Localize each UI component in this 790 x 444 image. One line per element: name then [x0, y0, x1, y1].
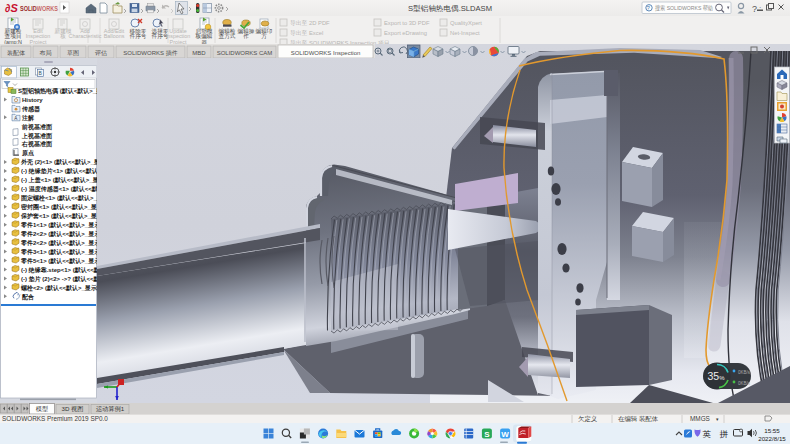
- svg-text:15:55: 15:55: [764, 427, 780, 434]
- svg-text:英: 英: [702, 429, 711, 439]
- svg-text:查方式: 查方式: [219, 33, 236, 40]
- svg-text:零件2<2> (默认<<默认>_显示状: 零件2<2> (默认<<默认>_显示状: [20, 230, 97, 238]
- svg-text:(-) 垫片 (2)<2> ->? (默认<<默认>_: (-) 垫片 (2)<2> ->? (默认<<默认>_: [21, 275, 97, 283]
- svg-text:零件5<1> (默认<<默认>_显示状态: 零件5<1> (默认<<默认>_显示状态: [20, 257, 97, 265]
- svg-text:S型铝轴热电偶.SLDASM: S型铝轴热电偶.SLDASM: [408, 4, 492, 13]
- svg-text:SOLIDWORKS CAM: SOLIDWORKS CAM: [217, 50, 273, 56]
- svg-text:装配体: 装配体: [7, 50, 25, 57]
- svg-text:草图: 草图: [67, 50, 79, 57]
- svg-text:运动算例1: 运动算例1: [96, 405, 125, 413]
- svg-text:方: 方: [261, 33, 267, 40]
- svg-text:(-) 温度传感器<1> (默认<<默认>_: (-) 温度传感器<1> (默认<<默认>_: [21, 185, 97, 193]
- svg-text:评估: 评估: [95, 50, 107, 57]
- svg-text:History: History: [22, 97, 43, 103]
- svg-text:Export eDrawing: Export eDrawing: [384, 30, 427, 36]
- svg-text:螺栓<2> (默认<<默认>_显示状态: 螺栓<2> (默认<<默认>_显示状态: [20, 284, 97, 292]
- svg-text:右视基准面: 右视基准面: [21, 140, 53, 148]
- svg-text:MMGS: MMGS: [690, 415, 710, 422]
- svg-text:SOLIDWORKS Premium 2019 SP0.0: SOLIDWORKS Premium 2019 SP0.0: [2, 415, 108, 422]
- svg-text:件序号: 件序号: [130, 33, 147, 39]
- svg-text:拼: 拼: [719, 429, 729, 439]
- svg-text:布局: 布局: [40, 50, 52, 57]
- svg-text:前视基准面: 前视基准面: [21, 123, 53, 131]
- svg-text:0KB/s: 0KB/s: [738, 370, 751, 375]
- svg-text:零件3<1> (默认<<默认>_显示状态: 零件3<1> (默认<<默认>_显示状态: [20, 248, 97, 256]
- svg-text:密封圈<1> (默认<<默认>_显示状: 密封圈<1> (默认<<默认>_显示状: [21, 203, 97, 211]
- svg-text:SOLIDWORKS: SOLIDWORKS: [20, 4, 58, 13]
- svg-text:原点: 原点: [21, 149, 34, 157]
- svg-text:W: W: [501, 430, 509, 439]
- svg-text:SOLIDWORKS 插件: SOLIDWORKS 插件: [123, 50, 177, 57]
- svg-text:S: S: [484, 430, 490, 439]
- svg-text:零件2<2> (默认<<默认>_显示状: 零件2<2> (默认<<默认>_显示状: [20, 239, 97, 247]
- svg-text:SOLIDWORKS Inspection: SOLIDWORKS Inspection: [291, 50, 361, 56]
- svg-text:Balloons: Balloons: [104, 33, 125, 39]
- svg-text:板: 板: [59, 33, 66, 39]
- svg-text:?: ?: [752, 4, 757, 14]
- svg-text:QualityXpert: QualityXpert: [450, 20, 482, 26]
- svg-text:MBD: MBD: [192, 50, 206, 56]
- svg-text:∂S: ∂S: [5, 2, 18, 14]
- svg-text:3D 视图: 3D 视图: [61, 405, 83, 413]
- svg-text:Net-Inspect: Net-Inspect: [450, 30, 480, 36]
- svg-text:(-) 绝缘垫片<1> (默认<<默认>_显示: (-) 绝缘垫片<1> (默认<<默认>_显示: [21, 167, 97, 175]
- svg-text:传感器: 传感器: [21, 105, 41, 113]
- svg-text:2022/8/15: 2022/8/15: [758, 435, 786, 442]
- svg-text:配合: 配合: [22, 293, 34, 301]
- svg-text:固定螺栓<1> (默认<<默认>_显示: 固定螺栓<1> (默认<<默认>_显示: [21, 194, 97, 202]
- svg-text:0KB/s: 0KB/s: [738, 381, 751, 386]
- svg-text:Characteristic: Characteristic: [69, 33, 102, 39]
- svg-text:(-) 上盖<1> (默认<<默认>_显示状: (-) 上盖<1> (默认<<默认>_显示状: [21, 176, 97, 184]
- svg-text:Export to 3D PDF: Export to 3D PDF: [384, 20, 430, 26]
- svg-text:作: 作: [243, 33, 249, 39]
- svg-text:上视基准面: 上视基准面: [21, 132, 53, 140]
- svg-text:导出至 Excel: 导出至 Excel: [290, 29, 323, 36]
- svg-text:零件1<1> (默认<<默认>_显示状态: 零件1<1> (默认<<默认>_显示状态: [20, 221, 97, 229]
- svg-text:S型铝轴热电偶 (默认<默认>_显示状态-1: S型铝轴热电偶 (默认<默认>_显示状态-1: [18, 87, 97, 95]
- svg-text:欠定义: 欠定义: [578, 415, 598, 423]
- svg-text:保护套<1> (默认<<默认>_显示状: 保护套<1> (默认<<默认>_显示状: [20, 212, 97, 220]
- svg-text:外壳 (2)<1> (默认<<默认>_显示状: 外壳 (2)<1> (默认<<默认>_显示状: [21, 158, 97, 166]
- svg-text:注解: 注解: [21, 114, 34, 122]
- svg-text:在编辑 装配体: 在编辑 装配体: [618, 415, 659, 422]
- svg-text:模型: 模型: [36, 405, 48, 412]
- svg-text:搜索 SOLIDWORKS 帮助: 搜索 SOLIDWORKS 帮助: [655, 4, 713, 12]
- svg-text:导出至 2D PDF: 导出至 2D PDF: [290, 19, 330, 26]
- svg-text:(-) 绝缘靠.step<1> (默认<<默认>: (-) 绝缘靠.step<1> (默认<<默认>: [21, 266, 97, 274]
